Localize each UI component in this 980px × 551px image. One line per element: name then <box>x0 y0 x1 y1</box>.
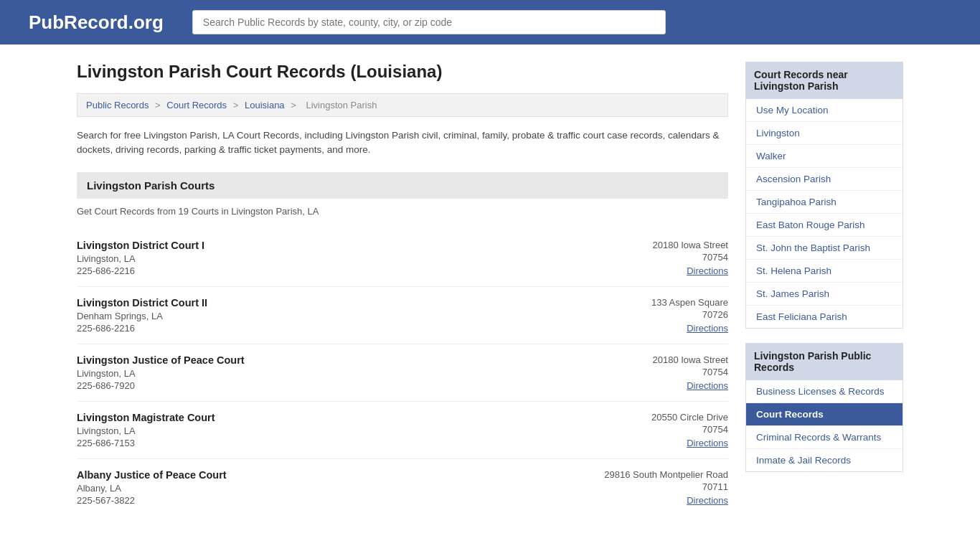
directions-link[interactable]: Directions <box>687 495 728 506</box>
court-street: 20550 Circle Drive <box>651 412 728 423</box>
sidebar-nearby-item[interactable]: East Feliciana Parish <box>746 306 903 328</box>
breadcrumb-current: Livingston Parish <box>306 100 377 110</box>
sidebar-nearby-link[interactable]: Walker <box>756 151 786 161</box>
content-area: Livingston Parish Court Records (Louisia… <box>77 62 728 516</box>
sidebar: Court Records near Livingston Parish Use… <box>745 62 903 516</box>
sidebar-public-records-link[interactable]: Court Records <box>756 409 824 420</box>
court-address: 20550 Circle Drive 70754 Directions <box>651 412 728 448</box>
sidebar-public-records-item[interactable]: Inmate & Jail Records <box>746 449 903 471</box>
court-entry: Livingston Magistrate Court Livingston, … <box>77 402 728 459</box>
court-street: 20180 Iowa Street <box>652 240 728 250</box>
sidebar-nearby-link[interactable]: St. Helena Parish <box>756 265 831 276</box>
sidebar-nearby-link[interactable]: St. John the Baptist Parish <box>756 242 870 253</box>
court-phone: 225-686-2216 <box>77 265 204 276</box>
directions-link[interactable]: Directions <box>687 323 728 334</box>
sidebar-nearby-link[interactable]: East Baton Rouge Parish <box>756 220 865 230</box>
court-phone: 225-686-2216 <box>77 323 207 334</box>
breadcrumb: Public Records > Court Records > Louisia… <box>77 93 728 117</box>
header: PubRecord.org <box>0 0 980 44</box>
court-city: Denham Springs, LA <box>77 311 207 321</box>
sidebar-nearby-link[interactable]: Ascension Parish <box>756 174 831 184</box>
court-zip: 70754 <box>652 252 728 263</box>
court-info: Livingston District Court I Livingston, … <box>77 240 204 276</box>
sidebar-public-records-item[interactable]: Criminal Records & Warrants <box>746 426 903 449</box>
court-info: Livingston Justice of Peace Court Living… <box>77 354 245 391</box>
directions-link[interactable]: Directions <box>687 380 728 391</box>
breadcrumb-court-records[interactable]: Court Records <box>166 100 227 110</box>
court-address: 133 Aspen Square 70726 Directions <box>651 297 728 334</box>
courts-section-subtext: Get Court Records from 19 Courts in Livi… <box>77 206 728 217</box>
sidebar-public-records-link[interactable]: Criminal Records & Warrants <box>756 432 881 443</box>
sidebar-public-records-link[interactable]: Business Licenses & Records <box>756 386 885 397</box>
sidebar-nearby-link[interactable]: St. James Parish <box>756 288 829 299</box>
court-entry: Livingston District Court II Denham Spri… <box>77 287 728 344</box>
sidebar-nearby-item[interactable]: Livingston <box>746 122 903 145</box>
directions-link[interactable]: Directions <box>687 438 728 448</box>
sidebar-nearby-item[interactable]: Tangipahoa Parish <box>746 191 903 214</box>
main-layout: Livingston Parish Court Records (Louisia… <box>60 44 920 533</box>
sidebar-nearby-title: Court Records near Livingston Parish <box>745 62 903 99</box>
court-name: Livingston District Court II <box>77 297 207 309</box>
sidebar-public-records-item[interactable]: Court Records <box>746 403 903 426</box>
court-address: 20180 Iowa Street 70754 Directions <box>652 240 728 276</box>
court-entry: Albany Justice of Peace Court Albany, LA… <box>77 459 728 516</box>
sidebar-public-records-item[interactable]: Business Licenses & Records <box>746 380 903 403</box>
court-zip: 70754 <box>652 367 728 377</box>
court-street: 20180 Iowa Street <box>652 354 728 365</box>
court-city: Livingston, LA <box>77 425 215 436</box>
court-entry: Livingston Justice of Peace Court Living… <box>77 344 728 402</box>
court-address: 29816 South Montpelier Road 70711 Direct… <box>604 469 728 506</box>
court-zip: 70711 <box>604 481 728 492</box>
sidebar-nearby-item[interactable]: East Baton Rouge Parish <box>746 214 903 237</box>
sidebar-nearby-link[interactable]: Use My Location <box>756 105 829 116</box>
court-street: 29816 South Montpelier Road <box>604 469 728 480</box>
court-name: Livingston Justice of Peace Court <box>77 354 245 366</box>
sidebar-nearby-item[interactable]: St. James Parish <box>746 283 903 306</box>
courts-section-heading: Livingston Parish Courts <box>77 172 728 199</box>
search-input[interactable] <box>192 10 666 34</box>
breadcrumb-public-records[interactable]: Public Records <box>86 100 149 110</box>
page-title: Livingston Parish Court Records (Louisia… <box>77 62 728 82</box>
sidebar-nearby-link[interactable]: Tangipahoa Parish <box>756 197 837 207</box>
court-phone: 225-567-3822 <box>77 495 227 506</box>
sidebar-nearby-item[interactable]: Walker <box>746 145 903 168</box>
public-records-list: Business Licenses & RecordsCourt Records… <box>745 380 903 472</box>
nearby-list: Use My LocationLivingstonWalkerAscension… <box>745 99 903 329</box>
court-zip: 70726 <box>651 309 728 320</box>
court-city: Albany, LA <box>77 483 227 494</box>
sidebar-nearby-link[interactable]: East Feliciana Parish <box>756 311 847 322</box>
court-phone: 225-686-7153 <box>77 438 215 448</box>
court-city: Livingston, LA <box>77 368 245 379</box>
directions-link[interactable]: Directions <box>687 265 728 276</box>
court-info: Livingston Magistrate Court Livingston, … <box>77 412 215 448</box>
sidebar-nearby-item[interactable]: Ascension Parish <box>746 168 903 191</box>
court-name: Livingston Magistrate Court <box>77 412 215 423</box>
sidebar-nearby-link[interactable]: Livingston <box>756 128 800 138</box>
court-zip: 70754 <box>651 424 728 435</box>
court-phone: 225-686-7920 <box>77 380 245 391</box>
court-name: Livingston District Court I <box>77 240 204 251</box>
page-description: Search for free Livingston Parish, LA Co… <box>77 128 728 158</box>
court-info: Albany Justice of Peace Court Albany, LA… <box>77 469 227 506</box>
sidebar-nearby-item[interactable]: St. Helena Parish <box>746 260 903 283</box>
courts-list: Livingston District Court I Livingston, … <box>77 230 728 516</box>
court-street: 133 Aspen Square <box>651 297 728 308</box>
court-address: 20180 Iowa Street 70754 Directions <box>652 354 728 391</box>
court-name: Albany Justice of Peace Court <box>77 469 227 481</box>
sidebar-nearby-item[interactable]: Use My Location <box>746 99 903 122</box>
site-title[interactable]: PubRecord.org <box>29 11 164 34</box>
court-city: Livingston, LA <box>77 253 204 264</box>
sidebar-nearby-item[interactable]: St. John the Baptist Parish <box>746 237 903 260</box>
breadcrumb-louisiana[interactable]: Louisiana <box>245 100 285 110</box>
sidebar-public-records-link[interactable]: Inmate & Jail Records <box>756 455 851 466</box>
court-info: Livingston District Court II Denham Spri… <box>77 297 207 334</box>
sidebar-public-records-title: Livingston Parish Public Records <box>745 343 903 380</box>
court-entry: Livingston District Court I Livingston, … <box>77 230 728 287</box>
